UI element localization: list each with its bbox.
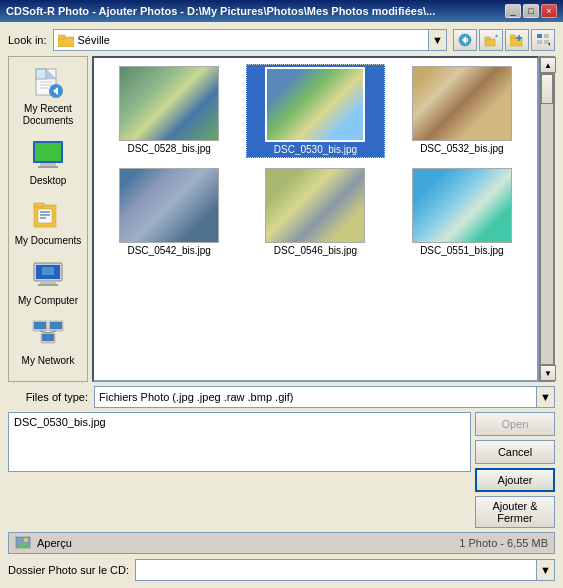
close-button[interactable]: ×: [541, 4, 557, 18]
title-bar-controls: _ □ ×: [505, 4, 557, 18]
svg-rect-44: [50, 322, 62, 329]
sidebar-desktop-label: Desktop: [30, 175, 67, 187]
selected-file-name: DSC_0530_bis.jpg: [14, 416, 106, 428]
look-in-label: Look in:: [8, 34, 47, 46]
svg-rect-14: [537, 40, 542, 44]
look-in-container: Séville ▼: [53, 29, 447, 51]
preview-section: Aperçu 1 Photo - 6,55 MB: [8, 532, 555, 554]
svg-rect-1: [58, 35, 65, 39]
sidebar-network-label: My Network: [22, 355, 75, 367]
file-item[interactable]: DSC_0542_bis.jpg: [100, 166, 238, 258]
desktop-icon: [30, 137, 66, 173]
file-item[interactable]: DSC_0528_bis.jpg: [100, 64, 238, 158]
file-name: DSC_0542_bis.jpg: [127, 245, 210, 256]
maximize-button[interactable]: □: [523, 4, 539, 18]
dossier-row: Dossier Photo sur le CD: ▼: [8, 558, 555, 582]
my-network-icon: [30, 317, 66, 353]
file-thumbnail: [119, 66, 219, 141]
svg-point-53: [24, 538, 28, 542]
scroll-down-button[interactable]: ▼: [540, 365, 556, 381]
sidebar-item-network[interactable]: My Network: [12, 313, 84, 371]
sidebar-item-recent[interactable]: My Recent Documents: [12, 61, 84, 131]
scroll-track: [540, 73, 554, 365]
preview-icon: [15, 535, 31, 551]
minimize-button[interactable]: _: [505, 4, 521, 18]
svg-rect-37: [40, 281, 56, 284]
scrollbar: ▲ ▼: [539, 56, 555, 382]
file-type-row: Files of type: Fichiers Photo (.jpg .jpe…: [8, 386, 555, 408]
file-name: DSC_0530_bis.jpg: [274, 144, 357, 155]
sidebar-mycomputer-label: My Computer: [18, 295, 78, 307]
dossier-container: ▼: [135, 559, 555, 581]
my-computer-icon: [30, 257, 66, 293]
file-type-select[interactable]: Fichiers Photo (.jpg .jpeg .raw .bmp .gi…: [94, 386, 537, 408]
file-item[interactable]: DSC_0551_bis.jpg: [393, 166, 531, 258]
file-thumbnail: [265, 67, 365, 142]
action-buttons: Open Cancel Ajouter Ajouter & Fermer: [475, 412, 555, 528]
new-folder-icon: [510, 33, 524, 47]
file-item[interactable]: DSC_0546_bis.jpg: [246, 166, 384, 258]
dossier-dropdown-arrow[interactable]: ▼: [537, 559, 555, 581]
title-bar: CDSoft-R Photo - Ajouter Photos - D:\My …: [0, 0, 563, 22]
svg-rect-38: [38, 284, 58, 286]
look-in-select[interactable]: Séville: [53, 29, 429, 51]
file-type-dropdown-arrow[interactable]: ▼: [537, 386, 555, 408]
preview-label: Aperçu: [37, 537, 72, 549]
scroll-thumb[interactable]: [541, 74, 553, 104]
file-name: DSC_0546_bis.jpg: [274, 245, 357, 256]
look-in-dropdown-arrow[interactable]: ▼: [429, 29, 447, 51]
file-name: DSC_0532_bis.jpg: [420, 143, 503, 154]
open-button[interactable]: Open: [475, 412, 555, 436]
file-thumbnail: [119, 168, 219, 243]
sidebar-item-desktop[interactable]: Desktop: [12, 133, 84, 191]
sidebar-item-mydocs[interactable]: My Documents: [12, 193, 84, 251]
file-area: DSC_0528_bis.jpgDSC_0530_bis.jpgDSC_0532…: [92, 56, 539, 382]
look-in-row: Look in: Séville ▼: [8, 28, 555, 52]
file-item[interactable]: DSC_0530_bis.jpg: [246, 64, 384, 158]
svg-rect-13: [544, 34, 549, 38]
sidebar-recent-label: My Recent Documents: [14, 103, 82, 127]
toolbar-buttons: [453, 29, 555, 51]
svg-rect-18: [36, 69, 46, 79]
svg-rect-28: [38, 166, 58, 168]
sidebar-item-mycomputer[interactable]: My Computer: [12, 253, 84, 311]
file-thumbnail: [412, 66, 512, 141]
svg-line-50: [48, 331, 56, 333]
photo-count: 1 Photo - 6,55 MB: [459, 537, 548, 549]
back-icon: [458, 33, 472, 47]
action-area: DSC_0530_bis.jpg Open Cancel Ajouter Ajo…: [8, 412, 555, 528]
scroll-up-button[interactable]: ▲: [540, 57, 556, 73]
folder-icon: [58, 33, 74, 47]
dossier-input[interactable]: [135, 559, 537, 581]
sidebar: My Recent Documents Desktop: [8, 56, 88, 382]
svg-rect-42: [36, 329, 44, 331]
svg-rect-31: [38, 209, 52, 223]
ajouter-button[interactable]: Ajouter: [475, 468, 555, 492]
ajouter-fermer-button[interactable]: Ajouter & Fermer: [475, 496, 555, 528]
new-folder-button[interactable]: [505, 29, 529, 51]
title-bar-text: CDSoft-R Photo - Ajouter Photos - D:\My …: [6, 5, 435, 17]
up-icon: [484, 33, 498, 47]
file-thumbnail: [412, 168, 512, 243]
svg-marker-16: [548, 43, 550, 46]
svg-rect-48: [44, 341, 52, 343]
file-type-value: Fichiers Photo (.jpg .jpeg .raw .bmp .gi…: [99, 391, 293, 403]
sidebar-mydocs-label: My Documents: [15, 235, 82, 247]
file-name: DSC_0551_bis.jpg: [420, 245, 503, 256]
file-name: DSC_0528_bis.jpg: [127, 143, 210, 154]
svg-rect-9: [510, 35, 515, 38]
file-type-label: Files of type:: [8, 391, 88, 403]
up-button[interactable]: [479, 29, 503, 51]
action-left: DSC_0530_bis.jpg: [8, 412, 471, 472]
file-type-container: Fichiers Photo (.jpg .jpeg .raw .bmp .gi…: [94, 386, 555, 408]
file-area-with-scrollbar: DSC_0528_bis.jpgDSC_0530_bis.jpgDSC_0532…: [92, 56, 555, 382]
file-item[interactable]: DSC_0532_bis.jpg: [393, 64, 531, 158]
svg-rect-27: [40, 163, 56, 166]
svg-rect-47: [42, 334, 54, 341]
cancel-button[interactable]: Cancel: [475, 440, 555, 464]
view-icon: [536, 33, 550, 47]
selected-file-box: DSC_0530_bis.jpg: [8, 412, 471, 472]
view-button[interactable]: [531, 29, 555, 51]
back-button[interactable]: [453, 29, 477, 51]
look-in-value: Séville: [78, 34, 110, 46]
